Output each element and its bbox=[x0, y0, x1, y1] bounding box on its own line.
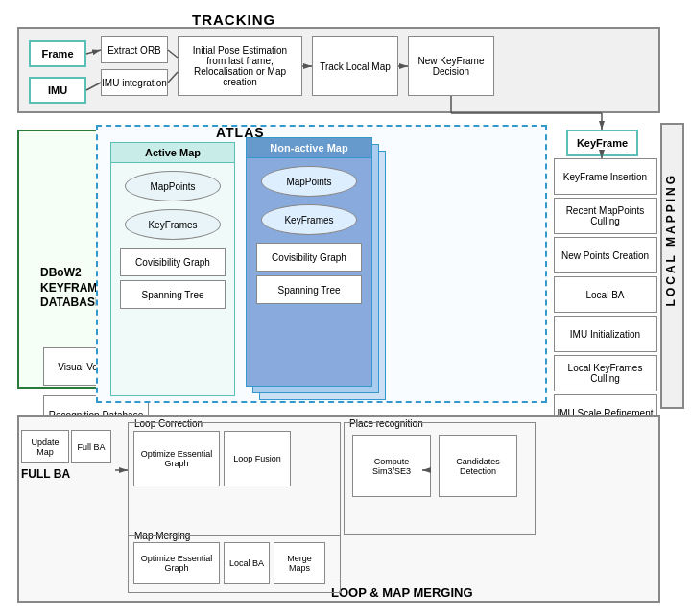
place-recognition-box: Compute Sim3/SE3 Candidates Detection bbox=[344, 422, 536, 535]
covisibility-graph-box: Covisibility Graph bbox=[120, 248, 226, 276]
candidates-detection-box: Candidates Detection bbox=[439, 435, 517, 497]
optimize-essential-graph-box: Optimize Essential Graph bbox=[133, 431, 220, 486]
non-active-spanning: Spanning Tree bbox=[256, 275, 362, 304]
imu-integration-box: IMU integration bbox=[101, 69, 168, 96]
track-local-map-box: Track Local Map bbox=[312, 36, 398, 96]
mappoints-oval: MapPoints bbox=[125, 171, 221, 201]
full-ba-section: Update Map Full BA FULL BA bbox=[21, 430, 117, 481]
extract-orb-box: Extract ORB bbox=[101, 36, 168, 63]
active-map-label: Active Map bbox=[111, 143, 234, 163]
map-merging-row: Optimize Essential Graph Local BA Merge … bbox=[129, 536, 340, 588]
non-active-map-label: Non-active Map bbox=[247, 138, 371, 158]
non-active-card-front: Non-active Map MapPoints KeyFrames Covis… bbox=[246, 137, 372, 387]
frame-box: Frame bbox=[29, 40, 86, 67]
non-active-covisibility: Covisibility Graph bbox=[256, 243, 362, 272]
new-points-creation-box: New Points Creation bbox=[554, 237, 657, 273]
update-map-box: Update Map bbox=[21, 430, 69, 463]
place-recognition-row: Compute Sim3/SE3 Candidates Detection bbox=[345, 423, 535, 501]
loop-map-merging-title: LOOP & MAP MERGING bbox=[331, 585, 473, 600]
keyframe-connector-box: KeyFrame bbox=[566, 130, 638, 156]
local-mapping-title: LOCAL MAPPING bbox=[664, 173, 678, 306]
non-active-keyframes: KeyFrames bbox=[261, 204, 357, 235]
local-ba-box: Local BA bbox=[554, 276, 657, 313]
merge-maps-box: Merge Maps bbox=[274, 542, 325, 584]
active-map-box: Active Map MapPoints KeyFrames Covisibil… bbox=[110, 142, 235, 396]
compute-sim3-box: Compute Sim3/SE3 bbox=[352, 435, 431, 497]
pose-estimation-box: Initial Pose Estimation from last frame,… bbox=[178, 36, 302, 96]
new-keyframe-box: New KeyFrame Decision bbox=[408, 36, 494, 96]
map-merging-box: Optimize Essential Graph Local BA Merge … bbox=[128, 535, 341, 593]
recent-mappoints-culling-box: Recent MapPoints Culling bbox=[554, 198, 657, 234]
local-ba2-box: Local BA bbox=[224, 542, 270, 584]
optimize-essential-graph2-box: Optimize Essential Graph bbox=[133, 542, 220, 584]
imu-box: IMU bbox=[29, 77, 86, 104]
loop-fusion-box: Loop Fusion bbox=[224, 431, 291, 486]
imu-initialization-box: IMU Initialization bbox=[554, 316, 657, 352]
keyframe-insertion-box: KeyFrame Insertion bbox=[554, 158, 657, 195]
tracking-title: TRACKING bbox=[192, 12, 275, 28]
spanning-tree-box: Spanning Tree bbox=[120, 280, 226, 309]
keyframes-oval: KeyFrames bbox=[125, 209, 221, 240]
local-mapping-items: KeyFrame Insertion Recent MapPoints Cull… bbox=[550, 158, 660, 434]
full-ba-label: FULL BA bbox=[21, 467, 117, 481]
non-active-mappoints: MapPoints bbox=[261, 166, 357, 197]
full-ba-box: Full BA bbox=[71, 430, 111, 463]
loop-correction-top-row: Optimize Essential Graph Loop Fusion bbox=[129, 423, 340, 490]
local-keyframes-culling-box: Local KeyFrames Culling bbox=[554, 355, 657, 391]
